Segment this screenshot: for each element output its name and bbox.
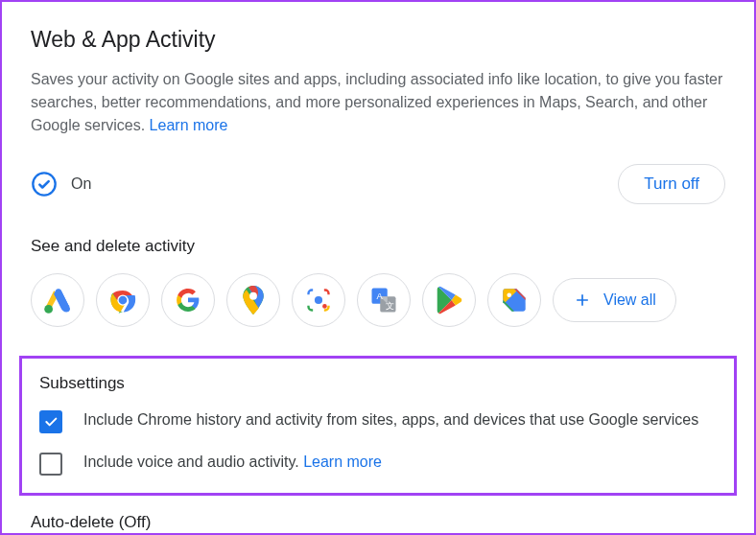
svg-point-7: [315, 296, 322, 304]
view-all-label: View all: [603, 291, 656, 309]
chrome-history-checkbox[interactable]: [39, 410, 62, 433]
google-play-icon[interactable]: [422, 273, 476, 327]
voice-audio-label: Include voice and audio activity. Learn …: [83, 451, 382, 474]
status-row: On Turn off: [31, 164, 725, 204]
see-delete-header: See and delete activity: [31, 237, 725, 256]
plus-icon: [573, 291, 592, 310]
subsetting-row-chrome-history: Include Chrome history and activity from…: [39, 408, 717, 433]
status-left: On: [31, 171, 91, 198]
google-lens-icon[interactable]: [292, 273, 345, 327]
voice-learn-more-link[interactable]: Learn more: [303, 454, 382, 470]
google-ads-icon[interactable]: [31, 273, 84, 327]
google-maps-icon[interactable]: [226, 273, 280, 327]
learn-more-link[interactable]: Learn more: [150, 117, 228, 133]
chrome-history-label: Include Chrome history and activity from…: [83, 408, 698, 431]
google-icon[interactable]: [161, 273, 215, 327]
svg-text:A: A: [377, 291, 384, 301]
voice-audio-checkbox[interactable]: [39, 453, 62, 476]
view-all-button[interactable]: View all: [553, 278, 676, 322]
activity-description: Saves your activity on Google sites and …: [31, 68, 725, 137]
subsettings-panel: Subsettings Include Chrome history and a…: [19, 356, 737, 496]
description-text: Saves your activity on Google sites and …: [31, 71, 722, 133]
auto-delete-header: Auto-delete (Off): [31, 513, 725, 532]
svg-point-4: [119, 296, 128, 305]
google-shopping-icon[interactable]: [487, 273, 541, 327]
status-label: On: [71, 175, 91, 193]
page-title: Web & App Activity: [31, 27, 725, 53]
svg-text:文: 文: [386, 301, 394, 311]
voice-audio-text: Include voice and audio activity.: [83, 454, 303, 470]
chrome-icon[interactable]: [96, 273, 150, 327]
svg-point-8: [322, 304, 327, 309]
subsettings-header: Subsettings: [39, 374, 717, 393]
turn-off-button[interactable]: Turn off: [618, 164, 725, 204]
activity-icon-row: A文 View all: [31, 273, 725, 327]
svg-point-13: [507, 292, 511, 297]
status-on-icon: [31, 171, 58, 198]
subsetting-row-voice-audio: Include voice and audio activity. Learn …: [39, 451, 717, 476]
google-translate-icon[interactable]: A文: [357, 273, 411, 327]
svg-point-1: [44, 305, 53, 314]
